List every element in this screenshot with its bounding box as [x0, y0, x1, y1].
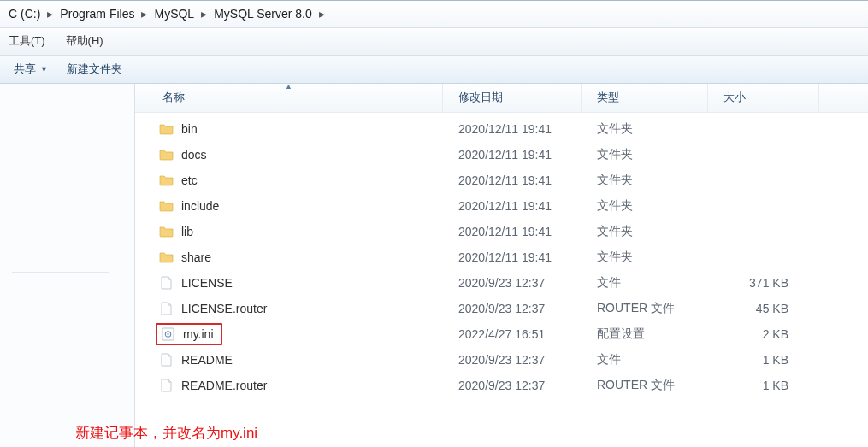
folder-icon: [159, 250, 174, 265]
folder-icon: [159, 224, 174, 239]
file-row[interactable]: share2020/12/11 19:41文件夹: [135, 244, 868, 270]
file-date: 2020/12/11 19:41: [443, 250, 582, 264]
file-size: 45 KB: [708, 302, 819, 315]
file-size: 1 KB: [708, 379, 819, 392]
breadcrumb[interactable]: C (C:) ▸ Program Files ▸ MySQL ▸ MySQL S…: [0, 1, 868, 28]
share-label: 共享: [14, 62, 36, 77]
breadcrumb-mysql-server[interactable]: MySQL Server 8.0: [209, 5, 317, 22]
file-date: 2020/12/11 19:41: [443, 174, 582, 187]
file-icon: [159, 275, 174, 291]
file-date: 2020/12/11 19:41: [443, 225, 582, 238]
folder-icon: [159, 198, 174, 214]
folder-icon: [159, 173, 174, 188]
file-type: 文件: [582, 352, 708, 368]
file-icon: [159, 378, 174, 393]
file-date: 2022/4/27 16:51: [443, 327, 582, 341]
file-icon: [159, 352, 174, 368]
chevron-right-icon: ▸: [199, 7, 209, 21]
file-row[interactable]: bin2020/12/11 19:41文件夹: [135, 116, 868, 142]
new-folder-label: 新建文件夹: [67, 62, 122, 77]
file-type: 文件夹: [582, 147, 708, 162]
explorer-body: ▲ 名称 修改日期 类型 大小 bin2020/12/11 19:41文件夹do…: [0, 84, 868, 447]
chevron-right-icon: ▸: [45, 7, 55, 21]
file-date: 2020/12/11 19:41: [443, 148, 582, 162]
file-type: 文件夹: [582, 198, 708, 214]
chevron-right-icon: ▸: [139, 7, 149, 21]
breadcrumb-program-files[interactable]: Program Files: [55, 5, 139, 22]
file-date: 2020/12/11 19:41: [443, 199, 582, 213]
file-name: my.ini: [183, 327, 214, 341]
file-date: 2020/9/23 12:37: [443, 276, 582, 290]
file-type: 文件夹: [582, 224, 708, 239]
highlight-box: my.ini: [156, 323, 222, 345]
folder-icon: [159, 147, 174, 162]
svg-point-2: [167, 333, 168, 335]
file-type: 文件夹: [582, 250, 708, 265]
file-name: etc: [181, 174, 198, 187]
file-row[interactable]: docs2020/12/11 19:41文件夹: [135, 142, 868, 168]
file-date: 2020/9/23 12:37: [443, 353, 582, 367]
column-header-row: ▲ 名称 修改日期 类型 大小: [135, 84, 868, 113]
file-pane: ▲ 名称 修改日期 类型 大小 bin2020/12/11 19:41文件夹do…: [135, 84, 868, 447]
menubar: 工具(T) 帮助(H): [0, 28, 868, 56]
file-name: lib: [181, 225, 193, 238]
file-row[interactable]: LICENSE.router2020/9/23 12:37ROUTER 文件45…: [135, 296, 868, 321]
folder-icon: [159, 121, 174, 137]
explorer-window: C (C:) ▸ Program Files ▸ MySQL ▸ MySQL S…: [0, 0, 868, 447]
file-date: 2020/9/23 12:37: [443, 302, 582, 315]
file-date: 2020/12/11 19:41: [443, 122, 582, 136]
tree-separator: [12, 272, 109, 273]
file-name: include: [181, 199, 219, 213]
file-type: 文件夹: [582, 121, 708, 137]
file-name: bin: [181, 122, 198, 136]
column-header-size[interactable]: 大小: [708, 84, 819, 112]
file-type: 文件: [582, 275, 708, 291]
file-type: 文件夹: [582, 173, 708, 188]
file-row[interactable]: etc2020/12/11 19:41文件夹: [135, 168, 868, 193]
file-row[interactable]: lib2020/12/11 19:41文件夹: [135, 219, 868, 244]
breadcrumb-drive[interactable]: C (C:): [3, 5, 45, 22]
breadcrumb-mysql[interactable]: MySQL: [149, 5, 199, 22]
file-name: LICENSE: [181, 276, 233, 290]
toolbar: 共享 ▼ 新建文件夹: [0, 56, 868, 84]
file-date: 2020/9/23 12:37: [443, 379, 582, 392]
file-row[interactable]: include2020/12/11 19:41文件夹: [135, 193, 868, 219]
file-size: 371 KB: [708, 276, 819, 290]
file-size: 1 KB: [708, 353, 819, 367]
file-name: README.router: [181, 379, 267, 392]
file-list: bin2020/12/11 19:41文件夹docs2020/12/11 19:…: [135, 113, 868, 398]
file-row[interactable]: my.ini2022/4/27 16:51配置设置2 KB: [135, 321, 868, 347]
new-folder-button[interactable]: 新建文件夹: [67, 62, 122, 77]
sort-ascending-icon: ▲: [285, 82, 292, 91]
chevron-down-icon: ▼: [40, 65, 48, 74]
navigation-pane[interactable]: [0, 84, 135, 447]
annotation-text: 新建记事本，并改名为my.ini: [75, 423, 257, 443]
file-row[interactable]: README.router2020/9/23 12:37ROUTER 文件1 K…: [135, 373, 868, 398]
menu-help[interactable]: 帮助(H): [61, 32, 109, 50]
column-header-type[interactable]: 类型: [582, 84, 708, 112]
file-row[interactable]: README2020/9/23 12:37文件1 KB: [135, 347, 868, 373]
menu-tools[interactable]: 工具(T): [3, 32, 50, 50]
file-icon: [159, 301, 174, 316]
file-name: LICENSE.router: [181, 302, 267, 315]
file-name: README: [181, 353, 233, 367]
file-type: 配置设置: [582, 326, 708, 342]
file-row[interactable]: LICENSE2020/9/23 12:37文件371 KB: [135, 270, 868, 296]
settings-file-icon: [161, 326, 176, 342]
file-name: docs: [181, 148, 207, 162]
file-size: 2 KB: [708, 327, 819, 341]
column-header-date[interactable]: 修改日期: [443, 84, 582, 112]
chevron-right-icon: ▸: [317, 7, 327, 21]
column-name-label: 名称: [162, 91, 185, 103]
file-type: ROUTER 文件: [582, 301, 708, 316]
column-header-name[interactable]: ▲ 名称: [135, 84, 443, 112]
file-type: ROUTER 文件: [582, 378, 708, 393]
file-name: share: [181, 250, 211, 264]
share-button[interactable]: 共享 ▼: [14, 62, 48, 77]
